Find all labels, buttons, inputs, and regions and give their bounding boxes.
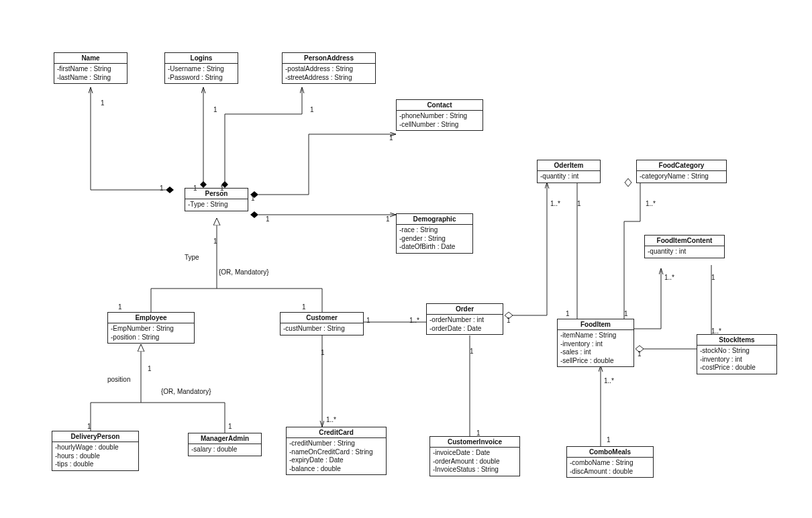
multiplicity-label: 1 [711,274,715,281]
multiplicity-label: 1..* [646,200,656,207]
multiplicity-label: 1 [118,303,122,311]
class-attribute: -EmpNumber : String [111,325,191,333]
multiplicity-label: 1 [101,99,105,107]
class-attribute: -creditNumber : String [289,439,383,448]
multiplicity-label: 1 [389,134,393,142]
class-title: Order [427,304,503,315]
class-attribute: -costPrice : double [700,364,774,372]
class-OderItem: OderItem-quantity : int [537,160,601,183]
class-title: PersonAddress [283,53,375,64]
class-Customer: Customer-custNumber : String [280,312,364,335]
class-attribute: -invoiceDate : Date [433,449,517,458]
class-attribute: -hours : double [55,452,136,461]
class-attribute: -expiryDate : Date [289,456,383,465]
class-attribute: -stockNo : String [700,347,774,356]
class-attribute: -race : String [399,226,470,235]
class-attribute: -position : String [111,333,191,342]
class-attribute: -hourlyWage : double [55,444,136,452]
multiplicity-label: 1 [251,195,255,202]
class-body: -quantity : int [538,171,600,183]
class-title: Logins [165,53,238,64]
class-attribute: -orderAmount : double [433,458,517,466]
class-attribute: -cellNumber : String [399,121,480,130]
class-body: -invoiceDate : Date-orderAmount : double… [430,448,519,476]
class-Demographic: Demographic-race : String-gender : Strin… [396,213,473,254]
class-body: -firstName : String-lastName : String [54,64,127,83]
multiplicity-label: 1..* [550,200,560,207]
class-Name: Name-firstName : String-lastName : Strin… [54,52,128,84]
class-attribute: -sellPrice : double [560,357,631,366]
class-ManagerAdmin: ManagerAdmin-salary : double [188,433,262,456]
class-attribute: -discAmount : double [570,468,650,476]
class-Logins: Logins-Username : String-Password : Stri… [164,52,238,84]
class-title: ManagerAdmin [189,433,261,444]
class-body: -postalAddress : String-streetAddress : … [283,64,375,83]
class-attribute: -inventory : int [700,356,774,364]
multiplicity-label: position [107,376,130,383]
svg-marker-0 [166,187,174,193]
class-attribute: -phoneNumber : String [399,112,480,121]
multiplicity-label: 1 [386,215,390,223]
multiplicity-label: 1..* [664,274,674,281]
class-body: -comboName : String-discAmount : double [567,458,653,477]
class-attribute: -dateOfBirth : Date [399,243,470,252]
class-attribute: -Type : String [188,201,245,209]
class-attribute: -tips : double [55,460,136,469]
class-attribute: -orderNumber : int [429,316,500,325]
multiplicity-label: 1 [302,303,306,311]
multiplicity-label: {OR, Mandatory} [161,388,211,395]
class-body: -creditNumber : String-nameOnCreditCard … [287,438,386,474]
class-attribute: -Username : String [168,65,235,74]
class-body: -custNumber : String [281,323,363,335]
class-title: OderItem [538,160,600,171]
class-title: FoodItemContent [645,236,724,246]
class-PersonAddress: PersonAddress-postalAddress : String-str… [282,52,376,84]
class-attribute: -custNumber : String [283,325,360,333]
multiplicity-label: 1..* [326,416,336,423]
class-body: -EmpNumber : String-position : String [108,323,194,343]
class-Order: Order-orderNumber : int-orderDate : Date [426,303,503,335]
class-attribute: -postalAddress : String [285,65,372,74]
class-CreditCard: CreditCard-creditNumber : String-nameOnC… [286,427,387,475]
multiplicity-label: {OR, Mandatory} [219,268,268,276]
class-body: -Username : String-Password : String [165,64,238,83]
multiplicity-label: 1 [148,365,152,372]
class-body: -salary : double [189,444,261,456]
multiplicity-label: 1 [321,349,325,356]
class-attribute: -orderDate : Date [429,325,500,333]
class-title: Contact [397,100,483,111]
class-title: DeliveryPerson [52,431,138,442]
class-FoodCategory: FoodCategory-categoryName : String [636,160,727,183]
class-attribute: -nameOnCreditCard : String [289,448,383,457]
class-attribute: -balance : double [289,465,383,474]
class-attribute: -streetAddress : String [285,74,372,83]
svg-marker-6 [625,178,631,187]
multiplicity-label: 1 [624,310,628,317]
class-DeliveryPerson: DeliveryPerson-hourlyWage : double-hours… [52,431,139,471]
multiplicity-label: 1 [476,429,480,437]
class-body: -hourlyWage : double-hours : double-tips… [52,442,138,470]
class-body: -Type : String [185,199,248,211]
class-title: CustomerInvoice [430,437,519,448]
multiplicity-label: 1..* [604,377,614,384]
class-Employee: Employee-EmpNumber : String-position : S… [107,312,195,344]
class-title: Demographic [397,214,472,225]
multiplicity-label: 1 [577,200,581,207]
class-title: Employee [108,313,194,323]
class-attribute: -InvoiceStatus : String [433,466,517,474]
multiplicity-label: 1 [366,317,370,324]
uml-canvas: Name-firstName : String-lastName : Strin… [0,0,812,518]
class-attribute: -inventory : int [560,340,631,349]
multiplicity-label: 1 [638,350,642,358]
svg-marker-4 [250,211,258,218]
class-title: Name [54,53,127,64]
class-CustomerInvoice: CustomerInvoice-invoiceDate : Date-order… [429,436,520,476]
class-attribute: -comboName : String [570,459,650,468]
class-attribute: -quantity : int [540,172,597,181]
class-body: -stockNo : String-inventory : int-costPr… [697,346,776,374]
class-FoodItemContent: FoodItemContent-quantity : int [644,235,725,258]
class-title: FoodItem [558,319,633,330]
class-attribute: -quantity : int [648,248,721,256]
class-ComboMeals: ComboMeals-comboName : String-discAmount… [566,446,654,478]
class-body: -phoneNumber : String-cellNumber : Strin… [397,111,483,130]
